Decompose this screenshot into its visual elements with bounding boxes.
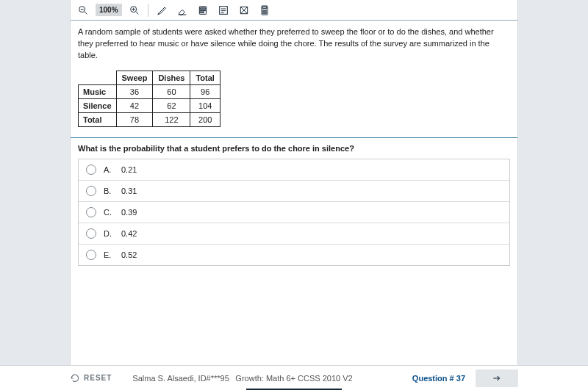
svg-point-28 xyxy=(264,12,265,13)
svg-line-1 xyxy=(85,12,87,14)
strikethrough-icon[interactable] xyxy=(236,2,252,18)
option-letter: B. xyxy=(104,187,114,195)
question-number: Question # 37 xyxy=(412,374,465,383)
answer-options: A. 0.21 B. 0.31 C. 0.39 D. 0.42 xyxy=(78,159,510,266)
radio-icon[interactable] xyxy=(86,228,96,239)
option-value: 0.31 xyxy=(121,187,137,195)
svg-line-4 xyxy=(136,12,138,14)
option-value: 0.42 xyxy=(121,229,137,238)
svg-point-21 xyxy=(262,10,263,10)
table-row: Total 78 122 200 xyxy=(79,112,220,126)
reset-label: RESET xyxy=(84,374,112,382)
test-name: Growth: Math 6+ CCSS 2010 V2 xyxy=(235,374,352,383)
option-letter: C. xyxy=(104,208,114,217)
table-row: Music 36 60 96 xyxy=(79,84,220,98)
prompt-text: A random sample of students were asked w… xyxy=(78,26,510,62)
question-text: What is the probability that a student p… xyxy=(78,144,510,153)
refresh-icon xyxy=(70,373,80,383)
col-header: Total xyxy=(190,71,220,84)
radio-icon[interactable] xyxy=(86,186,96,196)
radio-icon[interactable] xyxy=(86,250,96,260)
table-row: Silence 42 62 104 xyxy=(79,98,220,112)
option-value: 0.52 xyxy=(121,250,137,259)
svg-rect-9 xyxy=(200,7,205,8)
svg-point-25 xyxy=(264,11,265,12)
toolbar: 100% xyxy=(71,0,517,21)
svg-point-27 xyxy=(262,12,263,13)
footer: RESET Salma S. Alsaedi, ID#***95 Growth:… xyxy=(0,365,588,390)
next-button[interactable] xyxy=(476,369,518,387)
radio-icon[interactable] xyxy=(86,165,96,175)
notepad-icon[interactable] xyxy=(195,2,211,18)
zoom-out-icon[interactable] xyxy=(75,2,91,18)
col-header: Sweep xyxy=(116,71,153,84)
eraser-icon[interactable] xyxy=(174,2,190,18)
option-c[interactable]: C. 0.39 xyxy=(79,202,509,223)
option-b[interactable]: B. 0.31 xyxy=(79,181,509,202)
zoom-level: 100% xyxy=(96,4,122,16)
svg-rect-10 xyxy=(200,10,205,10)
svg-point-23 xyxy=(265,10,266,10)
option-letter: E. xyxy=(104,250,114,259)
option-a[interactable]: A. 0.21 xyxy=(79,159,509,181)
option-e[interactable]: E. 0.52 xyxy=(79,245,509,265)
radio-icon[interactable] xyxy=(86,207,96,217)
col-header: Dishes xyxy=(153,71,190,84)
option-d[interactable]: D. 0.42 xyxy=(79,223,509,245)
svg-rect-20 xyxy=(262,7,266,8)
option-letter: D. xyxy=(104,229,114,238)
line-reader-icon[interactable] xyxy=(215,2,232,18)
highlighter-icon[interactable] xyxy=(154,2,170,18)
option-value: 0.21 xyxy=(121,165,137,174)
option-letter: A. xyxy=(104,165,114,174)
arrow-right-icon xyxy=(491,373,503,383)
student-info: Salma S. Alsaedi, ID#***95 xyxy=(132,374,229,383)
svg-point-22 xyxy=(264,10,265,10)
calculator-icon[interactable] xyxy=(257,2,273,18)
svg-point-24 xyxy=(262,11,263,12)
svg-point-29 xyxy=(265,12,266,13)
zoom-in-icon[interactable] xyxy=(126,2,143,18)
svg-rect-11 xyxy=(200,12,204,12)
data-table: Sweep Dishes Total Music 36 60 96 Silenc… xyxy=(78,71,220,127)
reset-button[interactable]: RESET xyxy=(70,373,112,383)
svg-point-26 xyxy=(265,11,266,12)
option-value: 0.39 xyxy=(121,208,137,217)
